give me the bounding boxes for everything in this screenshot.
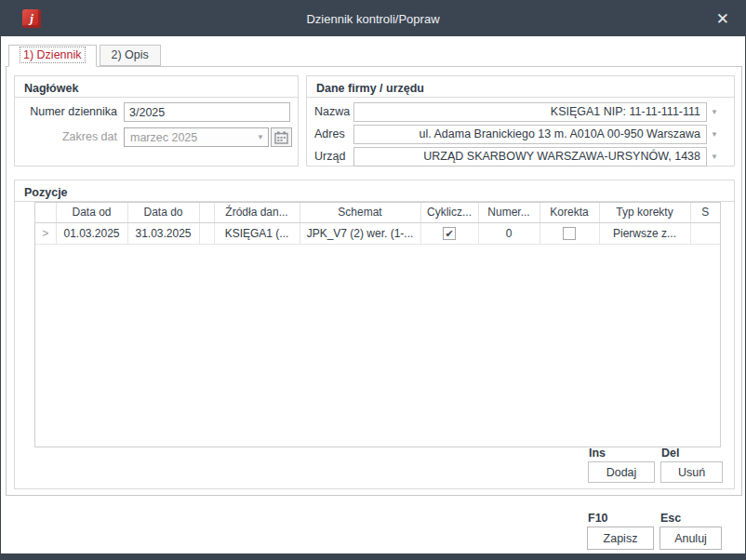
window-bottom-edge (1, 553, 745, 559)
urzad-label: Urząd (314, 150, 345, 163)
positions-table: Data od Data do Źródła dan... Schemat Cy… (34, 202, 721, 447)
adres-label: Adres (314, 127, 345, 140)
pozycje-actions: Ins Dodaj Del Usuń (588, 447, 723, 483)
cell-numer[interactable]: 0 (478, 222, 540, 244)
group-dane-firmy: Dane firmy / urzędu Nazwa KSIĘGA1 NIP: 1… (306, 75, 735, 167)
numer-dziennika-label: Numer dziennika (15, 105, 117, 118)
table-header-row: Data od Data do Źródła dan... Schemat Cy… (35, 203, 720, 222)
chevron-down-icon: ▼ (257, 134, 264, 141)
adres-dropdown-icon[interactable]: ▼ (709, 125, 720, 144)
tab-opis[interactable]: 2) Opis (100, 45, 161, 66)
col-zrodla[interactable]: Źródła dan... (214, 203, 300, 222)
cell-korekta (540, 222, 599, 244)
zakres-dat-label: Zakres dat (15, 130, 117, 143)
col-s[interactable]: S (690, 203, 720, 222)
zapisz-button[interactable]: Zapisz (587, 527, 654, 550)
nazwa-dropdown-icon[interactable]: ▼ (709, 102, 720, 122)
calendar-icon (274, 131, 288, 144)
numer-dziennika-input[interactable] (124, 102, 290, 122)
tab-strip: 1) Dziennik 2) Opis (8, 45, 164, 67)
group-pozycje: Pozycje Data od Data do (14, 180, 735, 489)
hotkey-f10: F10 (588, 512, 654, 525)
cell-data-do[interactable]: 31.03.2025 (127, 222, 199, 244)
calendar-picker-button (271, 127, 292, 147)
hotkey-del: Del (661, 447, 723, 460)
titlebar: j Dziennik kontroli/Popraw ✕ (1, 1, 745, 36)
adres-combo[interactable]: ul. Adama Branickiego 13 m. A010A 00-950… (353, 125, 707, 144)
tab-page-dziennik: Nagłówek Numer dziennika Zakres dat marz… (6, 66, 742, 496)
tab-dziennik-label: 1) Dziennik (20, 47, 85, 62)
cykliczny-checkbox-checked[interactable]: ✔ (443, 227, 456, 240)
close-icon[interactable]: ✕ (716, 1, 729, 36)
dodaj-button[interactable]: Dodaj (588, 461, 655, 483)
hotkey-ins: Ins (589, 447, 655, 460)
dialog-window: j Dziennik kontroli/Popraw ✕ 1) Dziennik… (0, 0, 746, 560)
cell-zrodla[interactable]: KSIĘGA1 (... (214, 222, 300, 244)
col-indicator (35, 203, 56, 222)
row-indicator-icon: > (42, 227, 48, 240)
col-numer[interactable]: Numer... (478, 203, 540, 222)
cell-blank (199, 222, 214, 244)
group-pozycje-title: Pozycje (15, 180, 734, 202)
col-schemat[interactable]: Schemat (300, 203, 420, 222)
col-typ-korekty[interactable]: Typ korekty (599, 203, 690, 222)
korekta-checkbox-unchecked[interactable] (563, 227, 576, 240)
cell-typ-korekty[interactable]: Pierwsze z... (599, 222, 690, 244)
table-row[interactable]: > 01.03.2025 31.03.2025 KSIĘGA1 (... JPK… (35, 222, 720, 244)
urzad-combo[interactable]: URZĄD SKARBOWY WARSZAWA-URSYNÓW, 1438 (353, 147, 707, 167)
zakres-dat-value: marzec 2025 (130, 131, 257, 144)
col-data-od[interactable]: Data od (56, 203, 127, 222)
col-blank (199, 203, 214, 222)
tab-dziennik[interactable]: 1) Dziennik (8, 45, 97, 67)
group-dane-firmy-title: Dane firmy / urzędu (307, 76, 734, 98)
cell-cykliczny: ✔ (420, 222, 478, 244)
anuluj-button[interactable]: Anuluj (659, 527, 722, 550)
group-naglowek-title: Nagłówek (15, 76, 298, 98)
cell-data-od[interactable]: 01.03.2025 (56, 222, 127, 244)
window-title: Dziennik kontroli/Popraw (1, 1, 745, 36)
group-naglowek: Nagłówek Numer dziennika Zakres dat marz… (14, 75, 299, 167)
col-cykliczny[interactable]: Cyklicz... (420, 203, 478, 222)
urzad-dropdown-icon[interactable]: ▼ (709, 147, 720, 167)
cell-schemat[interactable]: JPK_V7 (2) wer. (1-... (300, 222, 420, 244)
usun-button[interactable]: Usuń (660, 461, 723, 483)
nazwa-label: Nazwa (314, 105, 350, 118)
col-korekta[interactable]: Korekta (540, 203, 599, 222)
zakres-dat-combo: marzec 2025 ▼ (124, 127, 269, 147)
cell-s (690, 222, 720, 244)
footer-actions: F10 Zapisz Esc Anuluj (587, 512, 722, 550)
hotkey-esc: Esc (660, 512, 722, 525)
nazwa-combo[interactable]: KSIĘGA1 NIP: 11-11-111-111 (353, 102, 707, 122)
col-data-do[interactable]: Data do (127, 203, 199, 222)
app-logo-icon: j (22, 9, 41, 28)
